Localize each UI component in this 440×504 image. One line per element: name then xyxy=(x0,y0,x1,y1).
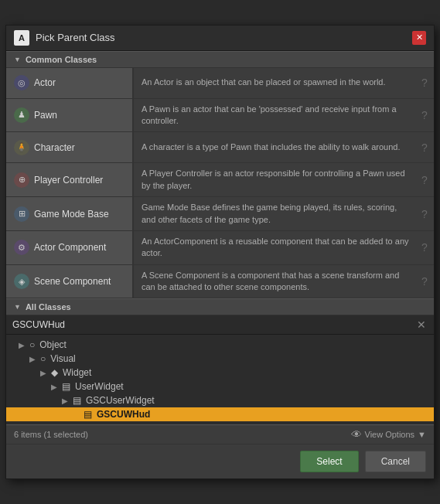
visual-arrow: ▶ xyxy=(29,355,37,363)
common-classes-label: Common Classes xyxy=(26,55,97,64)
view-options-arrow: ▼ xyxy=(418,430,426,439)
player-controller-description: A Player Controller is an actor responsi… xyxy=(134,163,418,196)
pawn-help-icon: ? xyxy=(418,99,434,132)
table-row: ◎ Actor An Actor is an object that can b… xyxy=(6,68,434,99)
player-controller-label: Player Controller xyxy=(34,175,103,186)
widget-icon: ◆ xyxy=(51,367,58,378)
actor-label: Actor xyxy=(34,77,56,88)
search-clear-button[interactable]: ✕ xyxy=(415,318,428,331)
actor-description: An Actor is an object that can be placed… xyxy=(134,68,418,98)
table-row: 🧍 Character A character is a type of Paw… xyxy=(6,132,434,163)
actor-component-icon: ⚙ xyxy=(14,240,29,255)
tree-item-gscuwhud[interactable]: ▤ GSCUWHud xyxy=(6,407,434,421)
tree-item-userwidget[interactable]: ▶ ▤ UserWidget xyxy=(6,380,434,393)
gscuserwidget-icon: ▤ xyxy=(73,395,81,406)
widget-arrow: ▶ xyxy=(40,369,48,377)
view-options-button[interactable]: 👁 View Options ▼ xyxy=(351,428,427,441)
visual-label: Visual xyxy=(50,353,75,364)
actor-component-help-icon: ? xyxy=(418,231,434,264)
actor-help-icon: ? xyxy=(418,68,434,98)
userwidget-arrow: ▶ xyxy=(51,383,59,391)
actor-component-label: Actor Component xyxy=(34,242,106,253)
gscuwhud-label: GSCUWHud xyxy=(97,409,150,420)
close-button[interactable]: ✕ xyxy=(412,31,426,45)
game-mode-base-help-icon: ? xyxy=(418,197,434,230)
character-help-icon: ? xyxy=(418,132,434,162)
all-classes-section: ✕ ▶ ○ Object ▶ ○ Visual ▶ ◆ Widget ▶ ▤ U… xyxy=(6,315,434,424)
table-row: ♟ Pawn A Pawn is an actor that can be 'p… xyxy=(6,99,434,133)
all-classes-arrow: ▼ xyxy=(14,303,21,311)
scene-component-help-icon: ? xyxy=(418,265,434,298)
common-classes-list: ◎ Actor An Actor is an object that can b… xyxy=(6,68,434,299)
userwidget-icon: ▤ xyxy=(62,381,70,392)
object-label: Object xyxy=(39,339,67,350)
scene-component-button[interactable]: ◈ Scene Component xyxy=(6,265,134,298)
select-button[interactable]: Select xyxy=(300,451,358,472)
actor-component-button[interactable]: ⚙ Actor Component xyxy=(6,231,134,264)
gscuserwidget-label: GSCUserWidget xyxy=(86,395,155,406)
character-description: A character is a type of Pawn that inclu… xyxy=(134,132,418,162)
gscuwhud-icon: ▤ xyxy=(84,409,92,420)
status-bar: 6 items (1 selected) 👁 View Options ▼ xyxy=(6,424,434,444)
actor-icon: ◎ xyxy=(14,75,29,90)
all-classes-header: ▼ All Classes xyxy=(6,298,434,315)
cancel-button[interactable]: Cancel xyxy=(365,451,426,472)
userwidget-label: UserWidget xyxy=(75,381,124,392)
object-icon: ○ xyxy=(29,339,35,350)
widget-label: Widget xyxy=(63,367,91,378)
game-mode-base-button[interactable]: ⊞ Game Mode Base xyxy=(6,197,134,230)
player-controller-icon: ⊕ xyxy=(14,172,29,188)
dialog-title: Pick Parent Class xyxy=(36,32,115,43)
title-bar: A Pick Parent Class ✕ xyxy=(6,26,434,51)
pawn-description: A Pawn is an actor that can be 'possesse… xyxy=(134,99,418,132)
ue-logo: A xyxy=(14,30,29,46)
character-label: Character xyxy=(34,142,75,153)
player-controller-button[interactable]: ⊕ Player Controller xyxy=(6,163,134,196)
scene-component-label: Scene Component xyxy=(34,276,111,287)
table-row: ⊕ Player Controller A Player Controller … xyxy=(6,163,434,197)
pick-parent-class-dialog: A Pick Parent Class ✕ ▼ Common Classes ◎… xyxy=(5,25,435,480)
game-mode-base-description: Game Mode Base defines the game being pl… xyxy=(134,197,418,230)
game-mode-base-icon: ⊞ xyxy=(14,206,29,222)
tree-item-object[interactable]: ▶ ○ Object xyxy=(6,338,434,352)
item-count: 6 items (1 selected) xyxy=(14,430,88,439)
pawn-button[interactable]: ♟ Pawn xyxy=(6,99,134,132)
footer: Select Cancel xyxy=(6,444,434,478)
player-controller-help-icon: ? xyxy=(418,163,434,196)
eye-icon: 👁 xyxy=(351,428,362,441)
table-row: ◈ Scene Component A Scene Component is a… xyxy=(6,265,434,299)
common-classes-header: ▼ Common Classes xyxy=(6,51,434,68)
object-arrow: ▶ xyxy=(19,341,26,349)
table-row: ⚙ Actor Component An ActorComponent is a… xyxy=(6,231,434,265)
common-classes-arrow: ▼ xyxy=(14,56,21,63)
pawn-label: Pawn xyxy=(34,110,57,121)
view-options-label: View Options xyxy=(365,430,415,439)
character-icon: 🧍 xyxy=(14,140,29,155)
tree-item-gscuserwidget[interactable]: ▶ ▤ GSCUserWidget xyxy=(6,393,434,407)
scene-component-icon: ◈ xyxy=(14,274,29,289)
all-classes-label: All Classes xyxy=(26,302,71,312)
title-bar-left: A Pick Parent Class xyxy=(14,30,115,46)
table-row: ⊞ Game Mode Base Game Mode Base defines … xyxy=(6,197,434,231)
search-bar: ✕ xyxy=(6,315,434,335)
game-mode-base-label: Game Mode Base xyxy=(34,209,109,220)
class-tree: ▶ ○ Object ▶ ○ Visual ▶ ◆ Widget ▶ ▤ Use… xyxy=(6,335,434,424)
tree-item-visual[interactable]: ▶ ○ Visual xyxy=(6,352,434,366)
character-button[interactable]: 🧍 Character xyxy=(6,132,134,162)
search-input[interactable] xyxy=(12,319,412,330)
pawn-icon: ♟ xyxy=(14,107,29,123)
actor-component-description: An ActorComponent is a reusable componen… xyxy=(134,231,418,264)
gscuserwidget-arrow: ▶ xyxy=(62,397,70,405)
scene-component-description: A Scene Component is a component that ha… xyxy=(134,265,418,298)
visual-icon: ○ xyxy=(40,353,46,364)
actor-button[interactable]: ◎ Actor xyxy=(6,68,134,98)
tree-item-widget[interactable]: ▶ ◆ Widget xyxy=(6,366,434,380)
